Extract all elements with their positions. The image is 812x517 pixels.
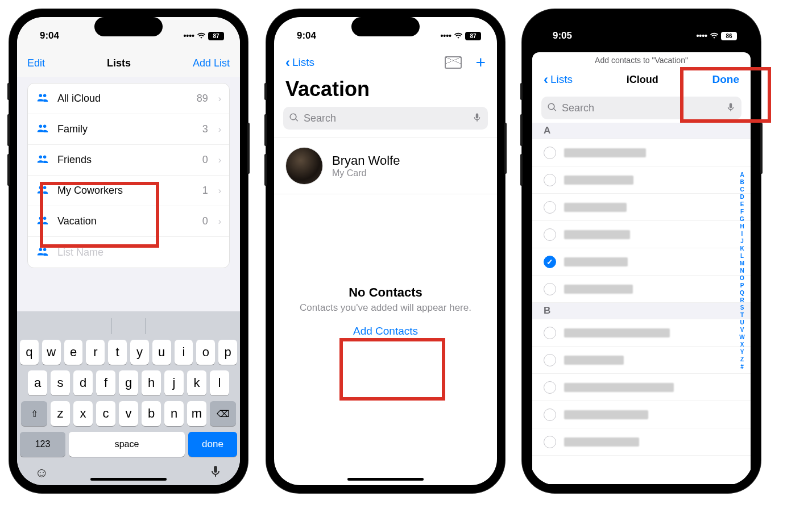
back-button[interactable]: ‹ Lists	[544, 72, 573, 87]
index-letter[interactable]: E	[740, 201, 744, 207]
key-f[interactable]: f	[96, 370, 115, 395]
index-letter[interactable]: X	[740, 341, 744, 348]
space-key[interactable]: space	[69, 432, 185, 457]
add-icon[interactable]: +	[475, 53, 486, 72]
contact-row[interactable]	[532, 166, 751, 194]
index-letter[interactable]: Z	[740, 356, 744, 362]
home-indicator[interactable]	[90, 478, 167, 481]
index-letter[interactable]: J	[740, 238, 744, 244]
index-letter[interactable]: M	[740, 260, 744, 266]
mail-icon[interactable]	[445, 56, 462, 69]
key-x[interactable]: x	[73, 401, 93, 426]
select-radio[interactable]	[544, 327, 556, 339]
index-letter[interactable]: N	[740, 268, 744, 274]
index-letter[interactable]: I	[741, 231, 743, 237]
contact-row[interactable]	[532, 319, 751, 347]
contact-row[interactable]	[532, 401, 751, 428]
contact-row[interactable]	[532, 248, 751, 276]
list-row[interactable]: Family 3 ›	[28, 114, 229, 145]
list-row[interactable]: All iCloud 89 ›	[28, 84, 229, 114]
key-g[interactable]: g	[119, 370, 138, 395]
contact-row[interactable]	[532, 347, 751, 374]
index-letter[interactable]: W	[739, 334, 744, 340]
add-contacts-button[interactable]: Add Contacts	[353, 325, 418, 337]
contact-row[interactable]	[532, 221, 751, 248]
key-l[interactable]: l	[210, 370, 229, 395]
index-letter[interactable]: U	[740, 319, 744, 326]
select-radio[interactable]	[544, 201, 556, 214]
contact-row[interactable]	[532, 139, 751, 166]
search-input[interactable]: Search	[283, 107, 488, 130]
index-letter[interactable]: L	[740, 253, 744, 259]
select-radio[interactable]	[544, 256, 556, 268]
select-radio[interactable]	[544, 381, 556, 394]
key-p[interactable]: p	[218, 340, 237, 365]
index-letter[interactable]: F	[740, 209, 744, 215]
key-h[interactable]: h	[142, 370, 161, 395]
select-radio[interactable]	[544, 147, 556, 159]
key-w[interactable]: w	[42, 340, 61, 365]
select-radio[interactable]	[544, 228, 556, 241]
my-card-row[interactable]: Bryan Wolfe My Card	[274, 137, 497, 194]
index-letter[interactable]: K	[740, 245, 744, 252]
key-u[interactable]: u	[152, 340, 171, 365]
key-t[interactable]: t	[108, 340, 127, 365]
key-m[interactable]: m	[187, 401, 206, 426]
index-letter[interactable]: G	[740, 216, 744, 222]
index-letter[interactable]: #	[740, 364, 744, 370]
key-k[interactable]: k	[187, 370, 206, 395]
key-q[interactable]: q	[20, 340, 39, 365]
select-radio[interactable]	[544, 174, 556, 186]
key-c[interactable]: c	[96, 401, 115, 426]
select-radio[interactable]	[544, 283, 556, 295]
key-a[interactable]: a	[28, 370, 47, 395]
edit-button[interactable]: Edit	[27, 57, 45, 69]
index-letter[interactable]: A	[740, 172, 744, 178]
shift-key[interactable]: ⇧	[21, 401, 47, 426]
new-list-placeholder[interactable]: List Name	[28, 237, 229, 268]
key-e[interactable]: e	[64, 340, 83, 365]
index-letter[interactable]: S	[740, 305, 744, 311]
key-z[interactable]: z	[51, 401, 70, 426]
list-row[interactable]: Friends 0 ›	[28, 145, 229, 176]
key-r[interactable]: r	[86, 340, 105, 365]
key-v[interactable]: v	[119, 401, 138, 426]
key-i[interactable]: i	[175, 340, 193, 365]
add-list-button[interactable]: Add List	[193, 57, 230, 69]
index-letter[interactable]: O	[740, 275, 744, 281]
index-letter[interactable]: V	[740, 327, 744, 333]
contact-row[interactable]	[532, 194, 751, 221]
emoji-key[interactable]: ☺	[35, 465, 49, 481]
mic-icon[interactable]	[726, 102, 736, 114]
home-indicator[interactable]	[347, 478, 424, 481]
select-radio[interactable]	[544, 436, 556, 448]
key-o[interactable]: o	[196, 340, 215, 365]
list-row[interactable]: My Coworkers 1 ›	[28, 176, 229, 206]
index-letter[interactable]: R	[740, 297, 744, 303]
index-letter[interactable]: Q	[740, 290, 744, 296]
dictate-key[interactable]	[209, 465, 222, 481]
select-radio[interactable]	[544, 354, 556, 366]
index-letter[interactable]: D	[740, 194, 744, 200]
keyboard[interactable]: qwertyuiop asdfghjkl ⇧ zxcvbnm ⌫ 123 spa…	[17, 311, 240, 485]
index-letter[interactable]: T	[740, 312, 744, 318]
contact-row[interactable]	[532, 428, 751, 456]
alphabet-index[interactable]: ABCDEFGHIJKLMNOPQRSTUVWXYZ#	[738, 172, 746, 370]
key-n[interactable]: n	[164, 401, 184, 426]
contact-row[interactable]	[532, 276, 751, 303]
search-input[interactable]: Search	[541, 97, 741, 119]
backspace-key[interactable]: ⌫	[210, 401, 236, 426]
contact-row[interactable]	[532, 374, 751, 401]
done-button[interactable]: Done	[712, 73, 739, 86]
mic-icon[interactable]	[472, 112, 482, 124]
index-letter[interactable]: P	[740, 282, 744, 289]
key-y[interactable]: y	[130, 340, 149, 365]
index-letter[interactable]: Y	[740, 349, 744, 355]
key-d[interactable]: d	[73, 370, 93, 395]
done-key[interactable]: done	[188, 432, 237, 457]
index-letter[interactable]: C	[740, 186, 744, 193]
key-s[interactable]: s	[51, 370, 70, 395]
index-letter[interactable]: H	[740, 223, 744, 230]
list-row[interactable]: Vacation 0 ›	[28, 206, 229, 237]
index-letter[interactable]: B	[740, 179, 744, 185]
